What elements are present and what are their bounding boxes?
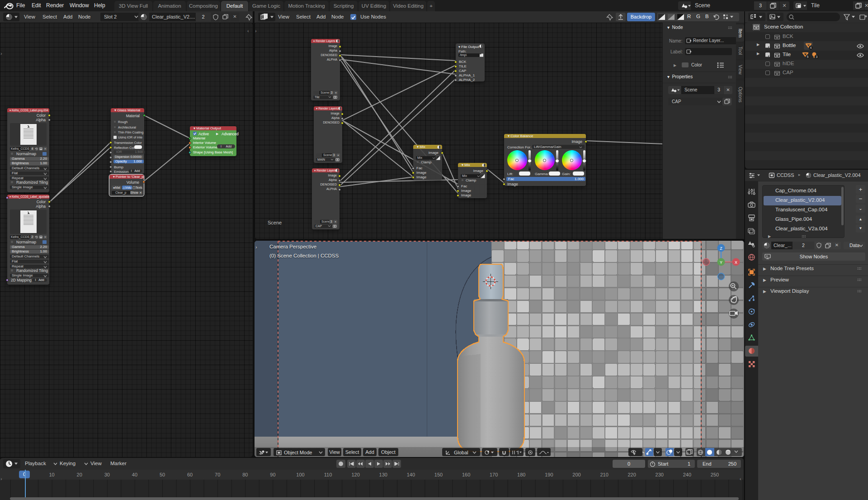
svg-text:X: X	[735, 260, 737, 265]
svg-text:Y: Y	[720, 260, 722, 265]
svg-text:Z: Z	[720, 246, 722, 251]
